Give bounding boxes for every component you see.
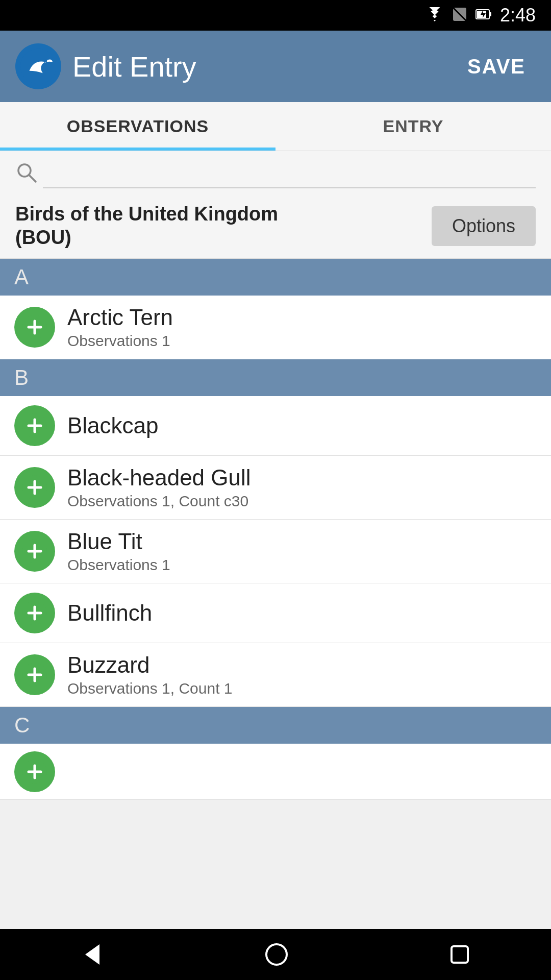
item-text: Blue Tit Observations 1 xyxy=(67,529,170,574)
species-list: A Arctic Tern Observations 1 B xyxy=(0,259,551,800)
item-sub: Observations 1 xyxy=(67,332,173,350)
back-nav-button[interactable] xyxy=(64,936,121,973)
search-area xyxy=(0,151,551,193)
item-sub: Observations 1 xyxy=(67,556,170,574)
item-text: Blackcap xyxy=(67,413,159,438)
wifi-icon xyxy=(425,7,444,23)
item-name: Arctic Tern xyxy=(67,305,173,330)
battery-icon xyxy=(475,7,492,23)
list-item[interactable]: Blackcap xyxy=(0,396,551,456)
add-c-item-button[interactable] xyxy=(14,751,55,792)
home-nav-button[interactable] xyxy=(248,936,305,973)
item-text: Arctic Tern Observations 1 xyxy=(67,305,173,350)
status-time: 2:48 xyxy=(500,5,536,26)
list-item[interactable]: Blue Tit Observations 1 xyxy=(0,520,551,583)
section-header-b: B xyxy=(0,359,551,396)
item-sub: Observations 1, Count c30 xyxy=(67,493,251,510)
app-logo xyxy=(15,43,61,89)
list-item[interactable]: Black-headed Gull Observations 1, Count … xyxy=(0,456,551,520)
tab-entry[interactable]: ENTRY xyxy=(276,102,551,151)
recents-nav-button[interactable] xyxy=(432,937,487,972)
svg-rect-32 xyxy=(452,946,468,963)
options-button[interactable]: Options xyxy=(432,206,536,246)
search-icon xyxy=(15,161,38,188)
item-text: Bullfinch xyxy=(67,600,152,626)
svg-rect-4 xyxy=(489,12,491,16)
search-input[interactable] xyxy=(43,161,536,188)
tab-bar: OBSERVATIONS ENTRY xyxy=(0,102,551,151)
tab-observations[interactable]: OBSERVATIONS xyxy=(0,102,276,151)
svg-point-31 xyxy=(266,944,287,965)
section-letter-a: A xyxy=(14,265,29,289)
list-item[interactable] xyxy=(0,744,551,800)
svg-point-6 xyxy=(44,59,47,62)
status-icons: 2:48 xyxy=(425,5,536,26)
list-item[interactable]: Buzzard Observations 1, Count 1 xyxy=(0,643,551,707)
svg-marker-30 xyxy=(85,944,99,965)
page-title: Edit Entry xyxy=(72,50,196,83)
section-letter-b: B xyxy=(14,365,29,390)
toolbar: Edit Entry SAVE xyxy=(0,31,551,102)
item-text: Buzzard Observations 1, Count 1 xyxy=(67,652,233,697)
list-item[interactable]: Arctic Tern Observations 1 xyxy=(0,296,551,359)
bottom-nav xyxy=(0,929,551,980)
list-item[interactable]: Bullfinch xyxy=(0,583,551,643)
save-button[interactable]: SAVE xyxy=(457,50,536,83)
add-bullfinch-button[interactable] xyxy=(14,593,55,633)
status-bar: 2:48 xyxy=(0,0,551,31)
item-sub: Observations 1, Count 1 xyxy=(67,680,233,697)
toolbar-left: Edit Entry xyxy=(15,43,196,89)
section-header-c: C xyxy=(0,707,551,744)
section-header-a: A xyxy=(0,259,551,296)
add-blue-tit-button[interactable] xyxy=(14,531,55,572)
add-black-headed-gull-button[interactable] xyxy=(14,467,55,508)
add-buzzard-button[interactable] xyxy=(14,654,55,695)
add-blackcap-button[interactable] xyxy=(14,405,55,446)
svg-line-8 xyxy=(29,175,36,182)
add-arctic-tern-button[interactable] xyxy=(14,307,55,348)
section-letter-c: C xyxy=(14,713,30,738)
item-name: Bullfinch xyxy=(67,600,152,626)
item-name: Blackcap xyxy=(67,413,159,438)
item-name: Black-headed Gull xyxy=(67,465,251,491)
checklist-title: Birds of the United Kingdom (BOU) xyxy=(15,203,311,249)
item-name: Buzzard xyxy=(67,652,233,678)
item-text: Black-headed Gull Observations 1, Count … xyxy=(67,465,251,510)
signal-icon xyxy=(452,7,467,24)
checklist-header: Birds of the United Kingdom (BOU) Option… xyxy=(0,193,551,259)
item-name: Blue Tit xyxy=(67,529,170,554)
